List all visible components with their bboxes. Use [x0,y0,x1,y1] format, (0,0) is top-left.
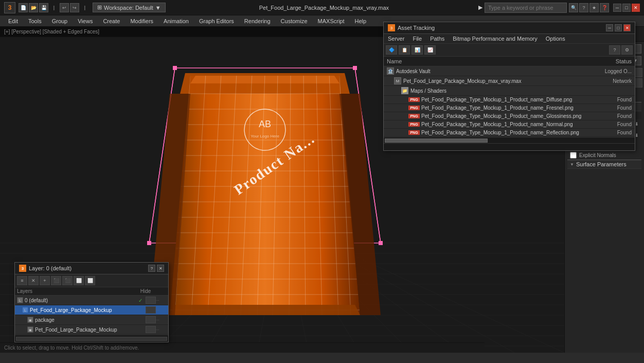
redo-icon[interactable]: ↪ [70,3,79,12]
layer-vis-2[interactable] [146,316,156,323]
layers-toolbar-icon2[interactable]: ✕ [28,276,39,285]
asset-row-normal[interactable]: PNG Pet_Food_Package_Type_Mockup_1_Produ… [384,120,635,129]
svg-marker-28 [170,76,360,315]
layers-toolbar-icon6[interactable]: ⬜ [74,276,84,285]
menu-customize[interactable]: Customize [276,17,313,25]
workspace-dropdown-icon: ▼ [155,5,161,11]
png-badge-glossiness: PNG [408,114,420,118]
menu-maxscript[interactable]: MAXScript [313,17,350,25]
asset-settings-icon[interactable]: ⚙ [621,45,633,55]
layers-panel-title: 3 Layer: 0 (default) ? ✕ [15,263,168,274]
menu-tools[interactable]: Tools [23,17,47,25]
max-file-icon: M [394,77,401,84]
svg-marker-30 [190,76,339,83]
layers-toolbar-icon7[interactable]: ⬜ [85,276,95,285]
asset-menu-file[interactable]: File [412,35,423,42]
maximize-button[interactable]: □ [622,4,631,12]
layers-toolbar: ≡ ✕ + ⬛ ⬛ ⬜ ⬜ [15,274,168,287]
asset-row-diffuse[interactable]: PNG Pet_Food_Package_Type_Mockup_1_Produ… [384,96,635,104]
layers-scrollbar[interactable] [15,335,168,342]
asset-menu-bitmap[interactable]: Bitmap Performance and Memory [452,35,538,42]
asset-panel-minimize[interactable]: ─ [606,24,613,31]
undo-icon[interactable]: ↩ [60,3,69,12]
help-search-icon[interactable]: ? [579,3,588,12]
asset-tool-2[interactable]: 📋 [399,45,410,55]
menu-edit[interactable]: Edit [3,17,23,25]
layers-panel-title-text: Layer: 0 (default) [29,265,71,271]
minimize-button[interactable]: ─ [613,4,621,12]
asset-toolbar: 🔷 📋 📊 📈 ? ⚙ [384,44,635,57]
layer-vis-0[interactable] [146,297,156,304]
layers-toolbar-icon4[interactable]: ⬛ [51,276,61,285]
asset-row-reflection[interactable]: PNG Pet_Food_Package_Type_Mockup_1_Produ… [384,129,635,137]
layers-toolbar-icon5[interactable]: ⬛ [62,276,73,285]
asset-help-icon[interactable]: ? [609,45,620,55]
asset-panel-close[interactable]: ✕ [623,24,631,31]
arrow-icon: ▶ [478,4,482,11]
asset-col-headers: Name Status [384,57,635,66]
open-icon[interactable]: 📂 [29,3,38,12]
asset-footer-bar [384,143,635,150]
asset-row-vault[interactable]: 🏦 Autodesk Vault Logged O... [384,66,635,76]
asset-menu-paths[interactable]: Paths [429,35,445,42]
explicit-normals-checkbox[interactable] [570,152,577,159]
question-icon[interactable]: ❓ [600,3,609,12]
close-button[interactable]: ✕ [632,4,640,12]
star-icon[interactable]: ★ [589,3,599,12]
layer-icon-3: ▣ [27,326,33,333]
asset-panel-title: 3 Asset Tracking ─ □ ✕ [384,22,635,34]
asset-menu-options[interactable]: Options [545,35,566,42]
layers-toolbar-icon1[interactable]: ≡ [17,276,27,285]
menu-views[interactable]: Views [73,17,98,25]
layer-item[interactable]: ▣ Pet_Food_Large_Package_Mockup ··· [15,325,168,335]
menu-graph-editors[interactable]: Graph Editors [194,17,239,25]
layer-vis-3[interactable] [146,326,156,333]
asset-tracking-panel: 3 Asset Tracking ─ □ ✕ Server File Paths… [383,22,635,151]
png-badge-normal: PNG [408,122,420,127]
layers-panel-help[interactable]: ? [148,265,155,272]
asset-menu-server[interactable]: Server [387,35,405,42]
layer-item[interactable]: ▣ package ··· [15,315,168,325]
menu-group[interactable]: Group [47,17,73,25]
workspace-button[interactable]: ⊞ Workspace: Default ▼ [93,3,166,12]
asset-col-status: Status [591,58,632,64]
svg-marker-62 [170,305,360,315]
search-icon[interactable]: 🔍 [569,3,578,12]
menu-rendering[interactable]: Rendering [239,17,276,25]
surface-params-header[interactable]: Surface Parameters [567,160,641,169]
viewport-bottom-bar: Click to select, drag to move. Hold Ctrl… [0,342,485,353]
layers-panel-win-controls: ? ✕ [148,265,164,272]
layer-icon-0: L [17,297,23,303]
keyword-search-input[interactable] [485,3,567,13]
save-icon[interactable]: 💾 [39,3,48,12]
new-icon[interactable]: 📄 [19,3,28,12]
asset-row-fresnel[interactable]: PNG Pet_Food_Package_Type_Mockup_1_Produ… [384,104,635,112]
asset-scrollbar[interactable] [384,137,635,143]
layer-item[interactable]: L 0 (default) ✓ ··· [15,296,168,305]
asset-tool-1[interactable]: 🔷 [386,45,397,55]
asset-panel-maximize[interactable]: □ [615,24,622,31]
window-controls: ─ □ ✕ [613,4,640,12]
svg-text:Your Logo Here: Your Logo Here [251,134,279,139]
menu-modifiers[interactable]: Modifiers [125,17,158,25]
layer-item[interactable]: L Pet_Food_Large_Package_Mockup ··· [15,305,168,315]
asset-panel-title-text: Asset Tracking [398,25,435,31]
layer-vis-1[interactable] [146,306,156,314]
layers-panel-close[interactable]: ✕ [157,265,164,272]
asset-tool-3[interactable]: 📊 [412,45,423,55]
asset-tool-4[interactable]: 📈 [424,45,436,55]
asset-scroll-thumb[interactable] [385,139,488,143]
title-bar: 3 📄 📂 💾 | ↩ ↪ | ⊞ Workspace: Default ▼ P… [0,0,644,15]
asset-row-max[interactable]: M Pet_Food_Large_Package_Mockup_max_vray… [384,76,635,86]
layers-col-hide: Hide [135,288,156,294]
asset-panel-win-controls: ─ □ ✕ [606,24,631,31]
asset-row-glossiness[interactable]: PNG Pet_Food_Package_Type_Mockup_1_Produ… [384,112,635,120]
menu-create[interactable]: Create [98,17,125,25]
viewport-label: [+] [Perspective] [Shaded + Edged Faces] [4,29,99,34]
menu-help[interactable]: Help [350,17,372,25]
asset-row-maps[interactable]: 📁 Maps / Shaders [384,86,635,96]
menu-animation[interactable]: Animation [158,17,194,25]
separator: | [49,3,59,12]
layers-toolbar-add[interactable]: + [40,276,50,285]
file-title: Pet_Food_Large_Package_Mockup_max_vray.m… [170,5,478,11]
